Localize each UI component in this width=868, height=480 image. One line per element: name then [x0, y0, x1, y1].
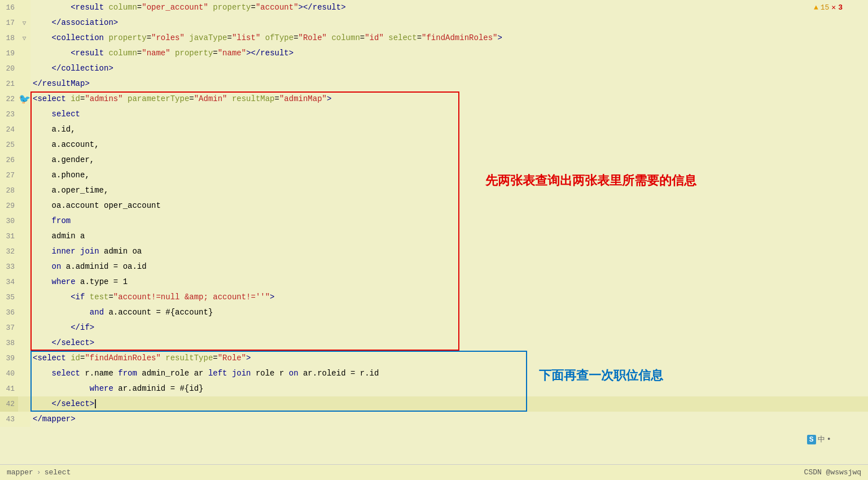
bird-icon[interactable]: 🐦	[19, 93, 30, 105]
line-gutter	[18, 274, 30, 290]
line-number: 36	[0, 305, 18, 320]
line-content: a.account,	[30, 137, 868, 152]
line-content: and a.account = #{account}	[30, 305, 868, 320]
line-content: <select id="findAdminRoles" resultType="…	[30, 351, 868, 366]
line-number: 25	[0, 137, 18, 152]
line-gutter	[18, 61, 30, 76]
line-gutter	[18, 351, 30, 366]
line-content: where ar.adminid = #{id}	[30, 381, 868, 396]
line-gutter	[18, 396, 30, 412]
line-gutter	[18, 366, 30, 381]
line-gutter	[18, 412, 30, 427]
line-content: <if test="account!=null &amp; account!='…	[30, 290, 868, 305]
table-row: 34 where a.type = 1	[0, 274, 868, 290]
table-row: 43 </mapper>	[0, 412, 868, 427]
line-number: 42	[0, 396, 18, 412]
line-content: inner join admin oa	[30, 244, 868, 259]
table-row: 39 <select id="findAdminRoles" resultTyp…	[0, 351, 868, 366]
table-row: 32 inner join admin oa	[0, 244, 868, 259]
line-number: 30	[0, 213, 18, 229]
line-gutter	[18, 229, 30, 244]
table-row: 31 admin a	[0, 229, 868, 244]
breadcrumb: mapper › select	[7, 468, 71, 477]
line-content: </select>	[30, 396, 868, 412]
table-row: 40 select r.name from admin_role ar left…	[0, 366, 868, 381]
table-row: 42 </select>	[0, 396, 868, 412]
line-gutter	[18, 107, 30, 122]
line-number: 22	[0, 91, 18, 107]
line-content: </select>	[30, 335, 868, 351]
line-gutter: ▽	[18, 15, 30, 30]
line-content: <result column="oper_account" property="…	[30, 0, 868, 15]
line-number: 31	[0, 229, 18, 244]
code-lines-wrapper: 16 <result column="oper_account" propert…	[0, 0, 868, 464]
line-number: 24	[0, 122, 18, 137]
line-content: </mapper>	[30, 412, 868, 427]
table-row: 25 a.account,	[0, 137, 868, 152]
table-row: 38 </select>	[0, 335, 868, 351]
line-content: </collection>	[30, 61, 868, 76]
table-row: 29 oa.account oper_account	[0, 198, 868, 213]
line-number: 19	[0, 46, 18, 61]
breadcrumb-item-mapper: mapper	[7, 468, 33, 477]
line-number: 16	[0, 0, 18, 15]
breadcrumb-item-select: select	[45, 468, 71, 477]
line-number: 23	[0, 107, 18, 122]
line-content: a.phone,	[30, 168, 868, 183]
line-content: select	[30, 107, 868, 122]
table-row: 30 from	[0, 213, 868, 229]
table-row: 21 </resultMap>	[0, 76, 868, 91]
sogou-input-indicator: S 中 •	[807, 434, 831, 444]
line-number: 34	[0, 274, 18, 290]
breadcrumb-separator: ›	[37, 468, 41, 477]
line-number: 43	[0, 412, 18, 427]
table-row: 27 a.phone,	[0, 168, 868, 183]
line-number: 32	[0, 244, 18, 259]
line-gutter	[18, 0, 30, 15]
line-content: on a.adminid = oa.id	[30, 259, 868, 274]
line-number: 18	[0, 30, 18, 46]
status-right: CSDN @wswsjwq	[804, 468, 861, 477]
line-number: 33	[0, 259, 18, 274]
line-gutter	[18, 244, 30, 259]
line-gutter	[18, 152, 30, 168]
line-content: <result column="name" property="name"></…	[30, 46, 868, 61]
line-number: 20	[0, 61, 18, 76]
line-number: 28	[0, 183, 18, 198]
table-row: 41 where ar.adminid = #{id}	[0, 381, 868, 396]
csdn-watermark: CSDN @wswsjwq	[804, 468, 861, 477]
line-number: 39	[0, 351, 18, 366]
line-number: 21	[0, 76, 18, 91]
fold-icon[interactable]: ▽	[23, 34, 27, 42]
table-row: 20 </collection>	[0, 61, 868, 76]
line-gutter	[18, 305, 30, 320]
line-content: <collection property="roles" javaType="l…	[30, 30, 868, 46]
line-number: 27	[0, 168, 18, 183]
table-row: 23 select	[0, 107, 868, 122]
line-content: </resultMap>	[30, 76, 868, 91]
line-content: where a.type = 1	[30, 274, 868, 290]
sogou-dot: •	[827, 435, 831, 444]
fold-icon[interactable]: ▽	[23, 19, 27, 27]
table-row: 16 <result column="oper_account" propert…	[0, 0, 868, 15]
line-gutter	[18, 198, 30, 213]
line-content: a.oper_time,	[30, 183, 868, 198]
line-gutter	[18, 76, 30, 91]
code-area: 16 <result column="oper_account" propert…	[0, 0, 868, 464]
line-content: a.id,	[30, 122, 868, 137]
line-content: select r.name from admin_role ar left jo…	[30, 366, 868, 381]
line-content: a.gender,	[30, 152, 868, 168]
line-gutter: 🐦	[18, 91, 30, 107]
line-gutter	[18, 46, 30, 61]
status-bar: mapper › select CSDN @wswsjwq	[0, 464, 868, 480]
table-row: 22 🐦 <select id="admins" parameterType="…	[0, 91, 868, 107]
line-number: 17	[0, 15, 18, 30]
line-gutter	[18, 259, 30, 274]
table-row: 19 <result column="name" property="name"…	[0, 46, 868, 61]
line-gutter	[18, 137, 30, 152]
line-number: 37	[0, 320, 18, 335]
line-gutter	[18, 335, 30, 351]
line-number: 41	[0, 381, 18, 396]
line-content: </association>	[30, 15, 868, 30]
line-number: 35	[0, 290, 18, 305]
